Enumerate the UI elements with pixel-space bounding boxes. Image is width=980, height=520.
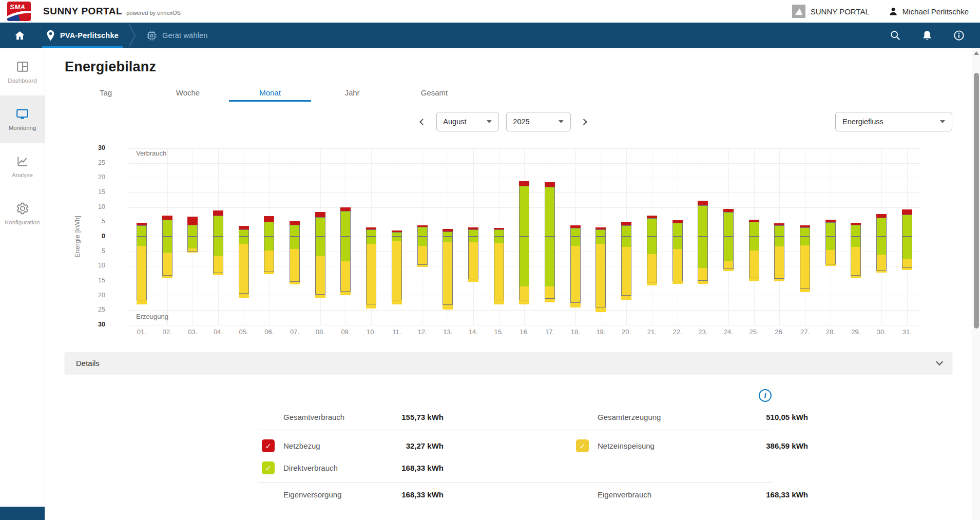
user-icon [888, 6, 898, 16]
main-content: Energiebilanz Tag Woche Monat Jahr Gesam… [45, 48, 972, 520]
next-month-button[interactable] [578, 115, 590, 128]
sidebar-item-label: Monitoring [9, 125, 36, 131]
scroll-up-arrow-icon[interactable] [974, 51, 979, 55]
netzbezug-label: Netzbezug [283, 441, 381, 450]
summary-info-icon[interactable]: i [759, 389, 772, 402]
chevron-left-icon [419, 119, 426, 125]
total-consumption-label: Gesamtverbrauch [283, 413, 381, 421]
direktverbrauch-label: Direktverbrauch [283, 464, 381, 472]
bell-icon [921, 30, 933, 41]
chevron-right-icon [581, 119, 587, 125]
netzbezug-value: 32,27 kWh [381, 441, 444, 450]
x-axis-tick: 05. [233, 328, 255, 336]
x-axis-tick: 15. [488, 328, 510, 336]
x-axis-tick: 19. [589, 328, 612, 336]
netzeinspeisung-value: 386,59 kWh [726, 441, 808, 450]
x-axis-tick: 31. [896, 328, 918, 336]
breadcrumb-device-select[interactable]: Gerät wählen [139, 23, 215, 48]
breadcrumb-site-label: PVA-Perlitschke [60, 31, 119, 40]
breadcrumb-device-label: Gerät wählen [162, 31, 208, 40]
netzeinspeisung-label: Netzeinspeisung [598, 441, 726, 450]
chart-controls: August 2025 Energiefluss [65, 112, 952, 132]
tab-tag[interactable]: Tag [65, 83, 147, 102]
portal-switcher-icon[interactable] [792, 5, 805, 18]
sidebar-item-monitoring[interactable]: Monitoring [0, 95, 45, 143]
y-axis-tick: 10 [65, 203, 105, 210]
netzeinspeisung-checkbox[interactable]: ✓ [576, 439, 589, 452]
x-axis-tick: 29. [844, 328, 867, 336]
x-axis-tick: 12. [411, 328, 434, 336]
notifications-button[interactable] [921, 30, 933, 41]
sidebar-item-dashboard[interactable]: Dashboard [0, 48, 45, 95]
energy-balance-chart[interactable]: 3025201510505101520253001.02.03.04.05.06… [65, 144, 952, 338]
total-consumption-value: 155,73 kWh [381, 413, 444, 421]
x-axis-tick: 27. [794, 328, 816, 336]
sidebar-item-konfiguration[interactable]: Konfiguration [0, 190, 45, 237]
line-chart-icon [16, 155, 29, 168]
eigenverbrauch-label: Eigenverbrauch [598, 490, 726, 499]
y-axis-tick: 25 [65, 159, 105, 166]
scrollbar-thumb[interactable] [974, 73, 979, 329]
info-button[interactable] [953, 30, 965, 41]
sidebar-footer-bar[interactable] [0, 507, 45, 520]
x-axis-tick: 13. [436, 328, 459, 336]
vertical-scrollbar[interactable] [972, 48, 980, 520]
y-axis-tick: 20 [65, 174, 105, 181]
x-axis-tick: 17. [539, 328, 561, 336]
y-axis-tick: 25 [65, 306, 105, 313]
user-menu[interactable]: Michael Perlitschke [888, 6, 969, 16]
previous-month-button[interactable] [416, 115, 429, 128]
period-tabs: Tag Woche Monat Jahr Gesamt [65, 83, 952, 102]
sidebar-item-label: Analyse [12, 172, 33, 178]
y-axis-tick: 5 [65, 218, 105, 225]
year-dropdown[interactable]: 2025 [506, 112, 570, 131]
eigenverbrauch-value: 168,33 kWh [726, 490, 808, 499]
tab-monat[interactable]: Monat [229, 83, 311, 102]
x-axis-tick: 20. [615, 328, 638, 336]
y-axis-tick: 30 [65, 144, 105, 151]
x-axis-tick: 04. [207, 328, 229, 336]
x-axis-tick: 07. [283, 328, 306, 336]
x-axis-tick: 03. [181, 328, 204, 336]
y-axis-tick: 15 [65, 188, 105, 196]
home-button[interactable] [0, 30, 39, 42]
total-generation-label: Gesamterzeugung [598, 413, 726, 421]
summary-footer-row: Eigenversorgung 168,33 kWh Eigenverbrauc… [262, 483, 768, 499]
netzbezug-checkbox[interactable]: ✓ [262, 439, 275, 452]
breadcrumb-separator-icon [128, 23, 137, 48]
details-label: Details [76, 359, 100, 368]
sidebar: Dashboard Monitoring Analyse Konfigurati… [0, 48, 45, 520]
view-mode-dropdown[interactable]: Energiefluss [835, 112, 952, 131]
sidebar-item-analyse[interactable]: Analyse [0, 143, 45, 190]
breadcrumb-site[interactable]: PVA-Perlitschke [39, 23, 126, 48]
search-button[interactable] [890, 30, 901, 41]
total-generation-value: 510,05 kWh [726, 413, 808, 421]
x-axis-tick: 24. [717, 328, 740, 336]
sma-logo[interactable]: SMA [7, 2, 31, 21]
tab-woche[interactable]: Woche [147, 83, 229, 102]
details-expander[interactable]: Details [65, 352, 952, 374]
tab-gesamt[interactable]: Gesamt [393, 83, 475, 102]
y-axis-title: Energie [kWh] [73, 216, 81, 258]
portal-switcher-label[interactable]: SUNNY PORTAL [811, 7, 870, 16]
y-axis-tick: 15 [65, 277, 105, 284]
chevron-down-icon [486, 120, 491, 123]
y-axis-tick: 20 [65, 292, 105, 299]
direktverbrauch-checkbox[interactable]: ✓ [262, 461, 275, 474]
sidebar-item-label: Dashboard [8, 78, 36, 84]
year-dropdown-value: 2025 [513, 118, 529, 126]
x-axis-tick: 10. [360, 328, 382, 336]
info-icon [953, 30, 965, 41]
x-axis-tick: 11. [386, 328, 408, 336]
view-mode-value: Energiefluss [842, 118, 883, 126]
device-chip-icon [146, 30, 157, 41]
consumption-region-label: Verbrauch [136, 149, 166, 157]
chevron-down-icon [940, 120, 945, 123]
x-axis-tick: 26. [768, 328, 791, 336]
gear-icon [16, 202, 29, 215]
month-dropdown[interactable]: August [436, 112, 498, 131]
tab-jahr[interactable]: Jahr [311, 83, 393, 102]
search-icon [890, 30, 901, 41]
powered-by-label: powered by ennexOS [126, 10, 181, 16]
eigenversorgung-value: 168,33 kWh [381, 490, 444, 499]
